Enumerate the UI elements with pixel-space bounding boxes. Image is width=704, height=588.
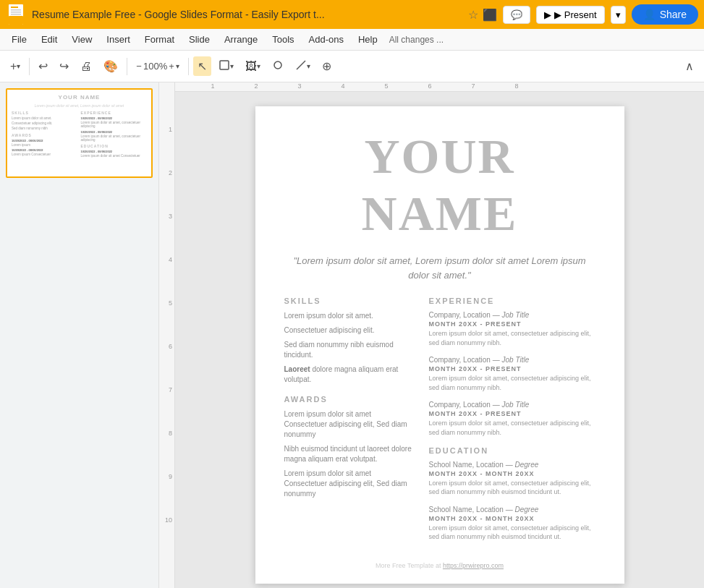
- image-tool-button[interactable]: 🖼 ▾: [241, 57, 265, 76]
- comments-icon: 💬: [511, 9, 522, 20]
- shape-icon: [219, 59, 230, 74]
- ruler-mark-10: 10: [165, 516, 172, 524]
- ruler-mark-7: 7: [169, 386, 172, 393]
- edu-2-desc: Lorem ipsum dolor sit amet, consectetuer…: [429, 524, 595, 542]
- window-title: Resume Example Free - Google Slides Form…: [32, 9, 462, 20]
- select-icon: ↖: [198, 59, 207, 73]
- menu-edit[interactable]: Edit: [35, 32, 63, 47]
- toolbar: + ▾ ↩ ↪ 🖨 🎨 − 100% + ▾ ↖ ▾ 🖼 ▾ ▾ ⊕: [0, 51, 704, 82]
- circle-tool-button[interactable]: [268, 56, 288, 77]
- edu-1-desc: Lorem ipsum dolor sit amet, consectetuer…: [429, 479, 595, 497]
- print-button[interactable]: 🖨: [76, 57, 96, 76]
- slide-thumbnail-1[interactable]: 1 YOUR NAME Lorem ipsum dolor sit amet, …: [6, 88, 153, 178]
- thumb-content: YOUR NAME Lorem ipsum dolor sit amet, Lo…: [7, 90, 151, 176]
- ruler-top-2: 2: [234, 82, 278, 90]
- slide-body: SKILLS Lorem ipsum dolor sit amet. Conse…: [284, 297, 595, 550]
- select-tool-button[interactable]: ↖: [193, 56, 211, 76]
- menu-bar: File Edit View Insert Format Slide Arran…: [0, 29, 704, 51]
- ruler-left: 1 2 3 4 5 6 7 8 9 10: [159, 82, 175, 588]
- education-title: EDUCATION: [429, 446, 595, 455]
- redo-button[interactable]: ↪: [55, 56, 73, 76]
- changes-status: All changes ...: [389, 35, 444, 45]
- slide-footer: More Free Template at https://prwirepro.…: [284, 562, 595, 569]
- present-button[interactable]: ▶ ▶ Present: [536, 6, 604, 24]
- exp-3-date: MONTH 20XX - PRESENT: [429, 410, 595, 417]
- canvas-content: YOUR NAME "Lorem ipsum dolor sit amet, L…: [175, 92, 704, 588]
- ruler-mark-6: 6: [169, 343, 172, 350]
- title-bar: Resume Example Free - Google Slides Form…: [0, 0, 704, 29]
- separator-3: [188, 58, 189, 75]
- edu-1-title: School Name, Location — Degree: [429, 461, 595, 469]
- ruler-top-6: 6: [408, 82, 451, 90]
- award-1: Lorem ipsum dolor sit amet Consectetuer …: [284, 409, 415, 440]
- slide-quote: "Lorem ipsum dolor sit amet, Lorem ipsum…: [284, 254, 595, 282]
- awards-title: AWARDS: [284, 395, 415, 404]
- exp-2-desc: Lorem ipsum dolor sit amet, consectetuer…: [429, 374, 595, 392]
- ruler-mark-8: 8: [169, 430, 172, 437]
- exp-2-date: MONTH 20XX - PRESENT: [429, 365, 595, 372]
- canvas-wrapper: 1 2 3 4 5 6 7 8 9 10 1 2 3 4 5 6 7: [159, 82, 704, 588]
- menu-view[interactable]: View: [66, 32, 98, 47]
- zoom-control[interactable]: − 100% + ▾: [132, 59, 183, 74]
- edu-1-date: MONTH 20XX - MONTH 20XX: [429, 470, 595, 477]
- ruler-top-8: 8: [495, 82, 538, 90]
- image-dropdown-icon: ▾: [257, 62, 260, 70]
- share-button[interactable]: 👤 Share: [632, 4, 698, 25]
- award-2: Nibh euismod tincidunt ut laoreet dolore…: [284, 444, 415, 464]
- ruler-top-7: 7: [451, 82, 495, 90]
- awards-section: AWARDS Lorem ipsum dolor sit amet Consec…: [284, 395, 415, 499]
- shape-tool-button[interactable]: ▾: [214, 56, 238, 77]
- ruler-top-content: 1 2 3 4 5 6 7 8: [191, 82, 538, 90]
- exp-1-desc: Lorem ipsum dolor sit amet, consectetuer…: [429, 329, 595, 347]
- redo-icon: ↪: [59, 59, 69, 73]
- ruler-top-5: 5: [365, 82, 408, 90]
- ruler-mark-1: 1: [169, 126, 172, 133]
- main-layout: 1 YOUR NAME Lorem ipsum dolor sit amet, …: [0, 82, 704, 588]
- app-icon: [6, 4, 26, 25]
- zoom-out-icon: −: [136, 61, 142, 72]
- menu-format[interactable]: Format: [139, 32, 180, 47]
- collapse-button[interactable]: ∧: [681, 56, 698, 76]
- undo-button[interactable]: ↩: [34, 56, 52, 76]
- folder-icon[interactable]: ⬛: [483, 8, 497, 22]
- ruler-mark-2: 2: [169, 169, 172, 176]
- star-icon[interactable]: ☆: [468, 8, 478, 22]
- skill-4: Laoreet dolore magna aliquam erat volutp…: [284, 365, 415, 385]
- menu-addons[interactable]: Add-ons: [303, 32, 349, 47]
- menu-tools[interactable]: Tools: [266, 32, 300, 47]
- exp-item-1: Company, Location — Job Title MONTH 20XX…: [429, 311, 595, 347]
- menu-file[interactable]: File: [6, 32, 33, 47]
- shape-dropdown-icon: ▾: [230, 62, 234, 70]
- experience-title: EXPERIENCE: [429, 297, 595, 305]
- ruler-top-1: 1: [191, 82, 234, 90]
- skills-title: SKILLS: [284, 297, 415, 305]
- ruler-mark-9: 9: [169, 473, 172, 480]
- ruler-top-4: 4: [321, 82, 365, 90]
- slide-panel: 1 YOUR NAME Lorem ipsum dolor sit amet, …: [0, 82, 159, 588]
- menu-arrange[interactable]: Arrange: [219, 32, 263, 47]
- footer-link[interactable]: https://prwirepro.com: [443, 562, 504, 569]
- exp-3-title: Company, Location — Job Title: [429, 401, 595, 409]
- slide-1[interactable]: YOUR NAME "Lorem ipsum dolor sit amet, L…: [255, 106, 624, 584]
- menu-insert[interactable]: Insert: [101, 32, 136, 47]
- svg-point-7: [274, 61, 281, 69]
- menu-help[interactable]: Help: [352, 32, 383, 47]
- edu-2-date: MONTH 20XX - MONTH 20XX: [429, 515, 595, 522]
- separator-2: [127, 58, 127, 75]
- comments-button[interactable]: 💬: [503, 6, 530, 24]
- paint-button[interactable]: 🎨: [99, 56, 122, 76]
- line-dropdown-icon: ▾: [307, 62, 310, 70]
- skill-1: Lorem ipsum dolor sit amet.: [284, 311, 415, 321]
- exp-item-3: Company, Location — Job Title MONTH 20XX…: [429, 401, 595, 437]
- line-tool-button[interactable]: ▾: [291, 56, 315, 77]
- menu-slide[interactable]: Slide: [183, 32, 216, 47]
- award-3: Lorem ipsum dolor sit amet Consectetuer …: [284, 469, 415, 499]
- slide-your-name: YOUR NAME: [284, 128, 595, 242]
- exp-1-title: Company, Location — Job Title: [429, 311, 595, 319]
- add-button[interactable]: + ▾: [6, 57, 25, 76]
- edu-item-2: School Name, Location — Degree MONTH 20X…: [429, 506, 595, 542]
- image-icon: 🖼: [245, 60, 257, 73]
- plus-icon: ⊕: [322, 59, 331, 73]
- plus-tool-button[interactable]: ⊕: [318, 56, 336, 76]
- present-dropdown[interactable]: ▾: [611, 6, 626, 24]
